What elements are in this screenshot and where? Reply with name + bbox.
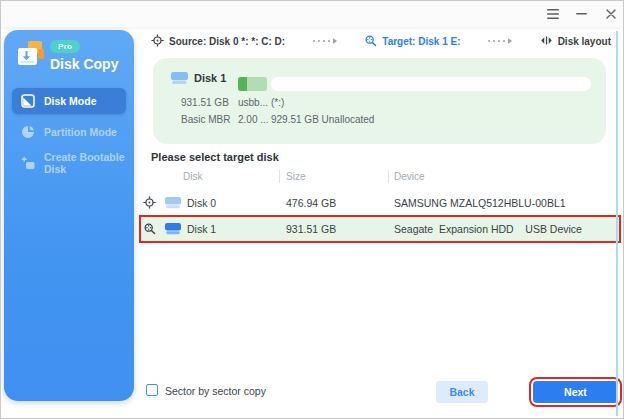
step-target[interactable]: Target: Disk 1 E:	[364, 34, 460, 49]
step-layout-label: Disk layout	[558, 36, 611, 47]
cell-disk-device: SAMSUNG MZALQ512HBLU-00BL1	[394, 197, 566, 209]
disk-table: Disk Size Device Disk 0 476.94 GB SAMSUN…	[141, 169, 619, 187]
sidebar-item-disk-mode[interactable]: Disk Mode	[12, 88, 126, 114]
sidebar-item-label: Disk Mode	[44, 95, 97, 107]
partition-used-block[interactable]	[238, 77, 267, 91]
app-logo-icon	[15, 39, 47, 71]
partition-mode-icon	[21, 125, 35, 139]
bootable-disk-icon	[21, 156, 35, 170]
preview-disk-type: Basic MBR	[181, 114, 238, 125]
pro-badge: Pro	[50, 40, 80, 53]
target-magnifier-icon	[364, 34, 377, 49]
preview-disk-info: 931.51 GB usbb... (*:) Basic MBR 2.00 ..…	[181, 97, 374, 125]
cell-disk-size: 476.94 GB	[286, 197, 336, 209]
app-title: Disk Copy	[50, 56, 118, 72]
preview-part-label: usbb...	[238, 97, 271, 108]
next-button[interactable]: Next	[533, 381, 618, 403]
col-header-disk: Disk	[183, 171, 202, 182]
sidebar-item-label: Create Bootable Disk	[44, 151, 126, 175]
preview-disk-name: Disk 1	[194, 72, 226, 84]
disk-drive-icon	[165, 222, 181, 237]
step-disk-layout[interactable]: Disk layout	[540, 34, 611, 49]
back-button[interactable]: Back	[436, 381, 488, 403]
source-crosshair-icon	[151, 34, 164, 49]
sidebar: Pro Disk Copy Disk Mode Partition Mode C…	[4, 30, 134, 401]
close-icon[interactable]	[604, 8, 617, 21]
col-header-device: Device	[394, 171, 425, 182]
cell-disk-name: Disk 1	[187, 223, 216, 235]
minimize-icon[interactable]	[575, 8, 588, 21]
app-window: Pro Disk Copy Disk Mode Partition Mode C…	[0, 0, 624, 419]
sector-by-sector-checkbox[interactable]	[146, 384, 158, 396]
step-dots-icon	[488, 38, 512, 44]
titlebar	[1, 1, 623, 27]
column-divider	[388, 170, 389, 183]
window-controls	[546, 1, 617, 27]
disk-mode-icon	[21, 94, 35, 108]
col-header-size: Size	[286, 171, 305, 182]
section-title: Please select target disk	[151, 151, 279, 163]
sidebar-item-label: Partition Mode	[44, 126, 117, 138]
disk-table-header: Disk Size Device	[141, 169, 619, 187]
step-source[interactable]: Source: Disk 0 *: *: C: D:	[151, 34, 285, 49]
disk-drive-icon	[171, 71, 188, 89]
partition-unallocated-bar[interactable]	[271, 77, 591, 91]
preview-part-size: 2.00 ...	[238, 114, 271, 125]
menu-icon[interactable]	[546, 8, 559, 21]
table-row-disk-1-selected[interactable]: Disk 1 931.51 GB Seagate Expansion HDD U…	[141, 217, 619, 241]
sector-by-sector-label: Sector by sector copy	[165, 385, 266, 397]
source-crosshair-icon	[143, 196, 156, 211]
sidebar-menu: Disk Mode Partition Mode Create Bootable…	[12, 88, 126, 181]
sidebar-item-partition-mode[interactable]: Partition Mode	[12, 119, 126, 145]
cell-disk-name: Disk 0	[187, 197, 216, 209]
step-source-label: Source: Disk 0 *: *: C: D:	[169, 36, 285, 47]
table-row-disk-0[interactable]: Disk 0 476.94 GB SAMSUNG MZALQ512HBLU-00…	[141, 191, 619, 215]
steps-bar: Source: Disk 0 *: *: C: D: Target: Disk …	[151, 32, 611, 50]
preview-capacity: 931.51 GB	[181, 97, 238, 108]
step-target-label: Target: Disk 1 E:	[382, 36, 460, 47]
step-dots-icon	[313, 38, 337, 44]
disk-layout-icon	[540, 34, 553, 49]
disk-drive-icon	[165, 196, 181, 211]
preview-unallocated: 929.51 GB Unallocated	[271, 114, 374, 125]
cell-disk-size: 931.51 GB	[286, 223, 336, 235]
column-divider	[279, 170, 280, 183]
right-edge-scrollbar	[616, 31, 618, 416]
preview-part-drive: (*:)	[271, 97, 374, 108]
sidebar-item-create-bootable-disk[interactable]: Create Bootable Disk	[12, 150, 126, 176]
target-disk-preview-panel: Disk 1 931.51 GB usbb... (*:) Basic MBR …	[153, 58, 606, 144]
cell-disk-device: Seagate Expansion HDD USB Device	[394, 223, 582, 235]
target-magnifier-icon	[143, 222, 156, 237]
